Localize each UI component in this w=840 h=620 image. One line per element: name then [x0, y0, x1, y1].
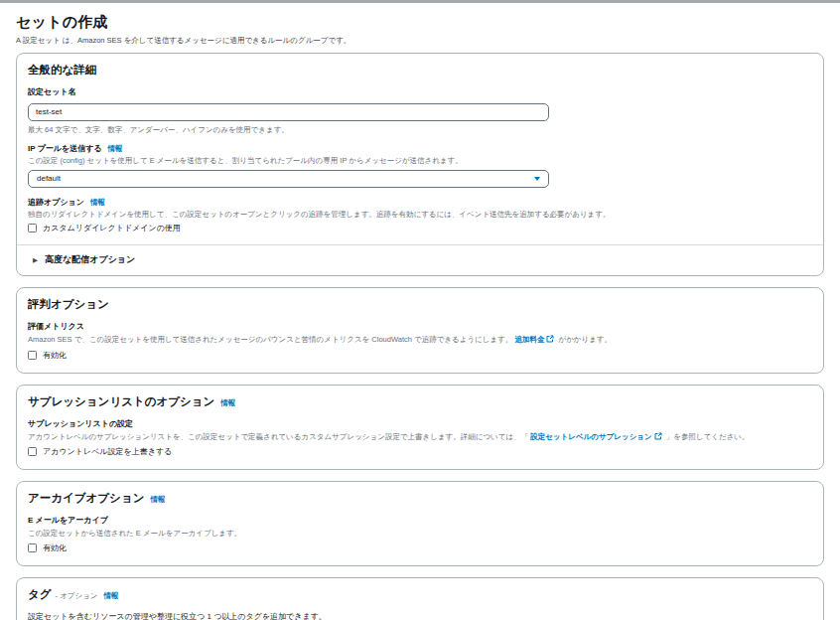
create-config-set-page: セットの作成 A 設定セット は、Amazon SES を介して送信するメッセー… [0, 3, 840, 620]
archive-options-panel: アーカイブオプション 情報 E メールをアーカイブ この設定セットから送信された… [16, 481, 824, 566]
expand-arrow-icon: ▶ [33, 256, 38, 264]
archive-desc: この設定セットから送信された E メールをアーカイブします。 [28, 529, 812, 540]
suppression-settings-label: サプレッションリストの設定 [28, 418, 812, 429]
suppression-options-title: サプレッションリストのオプション [28, 394, 214, 409]
override-account-level-label: アカウントレベル設定を上書きする [43, 446, 172, 457]
reputation-options-panel: 評判オプション 評価メトリクス Amazon SES で、この設定セットを使用し… [16, 287, 824, 374]
ip-pool-label: IP プールを送信する [28, 143, 102, 154]
tracking-options-info-link[interactable]: 情報 [90, 198, 105, 208]
archive-enable-row: 有効化 [28, 542, 812, 553]
suppression-doc-link[interactable]: 設定セットレベルのサプレッション [530, 432, 651, 441]
config-set-name-label: 設定セット名 [28, 86, 812, 97]
reputation-enable-checkbox[interactable] [28, 351, 37, 360]
reputation-desc-suffix: がかかります。 [558, 335, 612, 344]
advanced-delivery-options-toggle[interactable]: ▶ 高度な配信オプション [28, 245, 812, 275]
ip-pool-selected-value: default [37, 174, 61, 183]
reputation-desc-text: Amazon SES で、この設定セットを使用して送信されたメッセージのバウンス… [28, 335, 512, 344]
reputation-metrics-desc: Amazon SES で、この設定セットを使用して送信されたメッセージのバウンス… [28, 335, 812, 347]
tags-optional-suffix: - オプション [56, 591, 98, 601]
suppression-desc-text: アカウントレベルのサプレッションリストを、この設定セットで定義されているカスタム… [28, 432, 528, 441]
tags-info-link[interactable]: 情報 [104, 591, 119, 601]
page-subtitle: A 設定セット は、Amazon SES を介して送信するメッセージに適用できる… [16, 36, 824, 46]
reputation-options-title: 評判オプション [28, 297, 812, 312]
tracking-options-label: 追跡オプション [28, 197, 84, 208]
archive-email-label: E メールをアーカイブ [28, 515, 812, 526]
page-title: セットの作成 [16, 13, 824, 32]
tags-title: タグ [28, 587, 52, 602]
reputation-metrics-label: 評価メトリクス [28, 321, 812, 332]
suppression-desc-suffix: 」を参照してください。 [666, 432, 750, 441]
reputation-enable-row: 有効化 [28, 350, 812, 361]
override-account-level-checkbox[interactable] [28, 447, 37, 456]
general-details-title: 全般的な詳細 [28, 63, 812, 78]
ip-pool-info-link[interactable]: 情報 [108, 144, 123, 154]
additional-pricing-link[interactable]: 追加料金 [514, 335, 544, 344]
archive-enable-checkbox[interactable] [28, 543, 37, 552]
custom-redirect-domain-checkbox[interactable] [28, 224, 37, 232]
tracking-options-desc: 独自のリダイレクトドメインを使用して、この設定セットのオープンとクリックの追跡を… [28, 210, 812, 221]
external-link-icon [546, 335, 554, 347]
ip-pool-desc: この設定 (config) セットを使用して E メールを送信すると、割り当てら… [28, 156, 812, 167]
chevron-down-icon [534, 177, 540, 181]
external-link-icon [654, 432, 662, 444]
config-set-name-help: 最大 64 文字で、文字、数字、アンダーバー、ハイフンのみを使用できます。 [28, 125, 812, 136]
reputation-enable-label: 有効化 [43, 350, 67, 361]
ip-pool-select[interactable]: default [28, 170, 549, 188]
suppression-override-row: アカウントレベル設定を上書きする [28, 446, 812, 457]
advanced-delivery-options-label: 高度な配信オプション [45, 253, 135, 266]
suppression-options-panel: サプレッションリストのオプション 情報 サプレッションリストの設定 アカウントレ… [16, 385, 824, 471]
suppression-desc: アカウントレベルのサプレッションリストを、この設定セットで定義されているカスタム… [28, 432, 812, 444]
archive-enable-label: 有効化 [43, 542, 67, 553]
general-details-panel: 全般的な詳細 設定セット名 最大 64 文字で、文字、数字、アンダーバー、ハイフ… [16, 53, 824, 276]
custom-redirect-domain-row: カスタムリダイレクトドメインの使用 [28, 223, 812, 233]
config-set-name-input[interactable] [28, 103, 549, 121]
archive-info-link[interactable]: 情報 [150, 495, 165, 505]
tags-desc: 設定セットを含むリソースの管理や整理に役立つ 1 つ以上のタグを追加できます。 [28, 611, 812, 620]
custom-redirect-domain-label: カスタムリダイレクトドメインの使用 [43, 223, 181, 233]
archive-options-title: アーカイブオプション [28, 491, 144, 506]
suppression-info-link[interactable]: 情報 [220, 398, 235, 408]
tags-panel: タグ - オプション 情報 設定セットを含むリソースの管理や整理に役立つ 1 つ… [16, 577, 824, 620]
